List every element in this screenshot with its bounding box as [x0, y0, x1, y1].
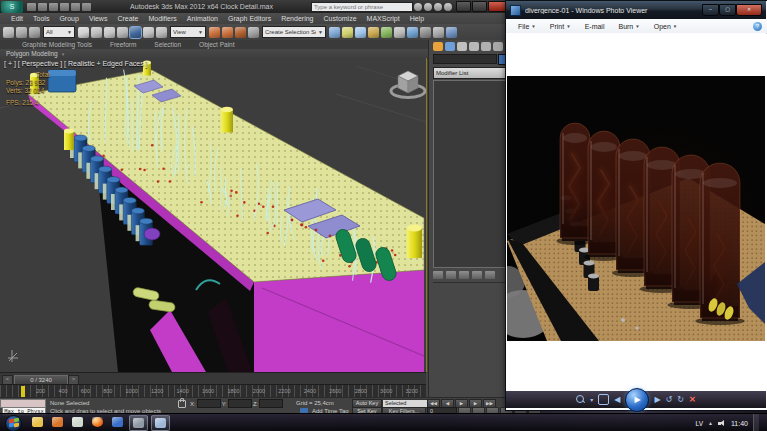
- open-file-icon[interactable]: [38, 3, 47, 11]
- named-selection-dropdown[interactable]: Create Selection Se▼: [262, 26, 326, 38]
- track-bar[interactable]: 2004006008001000120014001600180020002200…: [0, 384, 426, 398]
- select-and-scale-icon[interactable]: [156, 27, 167, 38]
- select-object-icon[interactable]: [78, 27, 89, 38]
- curve-editor-icon[interactable]: [381, 27, 392, 38]
- play-slideshow-button[interactable]: ▶: [625, 388, 649, 412]
- motion-tab-icon[interactable]: [469, 42, 479, 51]
- modify-tab-icon[interactable]: [445, 42, 455, 51]
- light-app-icon[interactable]: [69, 415, 86, 429]
- application-menu-button[interactable]: S: [1, 1, 23, 13]
- layer-manager-icon[interactable]: [355, 27, 366, 38]
- render-setup-icon[interactable]: [420, 27, 431, 38]
- show-desktop-button[interactable]: [753, 414, 759, 431]
- remove-modifier-icon[interactable]: [472, 271, 482, 279]
- ribbon-tab[interactable]: Freeform: [102, 40, 144, 49]
- window-crossing-icon[interactable]: [117, 27, 128, 38]
- photo-viewer-titlebar[interactable]: divergence-01 - Windows Photo Viewer – ▢…: [506, 1, 766, 19]
- blue-app-icon[interactable]: [109, 415, 126, 429]
- angle-snap-icon[interactable]: [222, 27, 233, 38]
- menu-item[interactable]: Views: [84, 15, 113, 22]
- rotate-clockwise-button[interactable]: ↻: [677, 395, 684, 405]
- ribbon-tab[interactable]: Graphite Modeling Tools: [14, 40, 100, 49]
- perspective-viewport[interactable]: [ + ] [ Perspective ] [ Realistic + Edge…: [0, 58, 427, 372]
- menu-item[interactable]: Edit: [6, 15, 28, 22]
- viewer-close-button[interactable]: ✕: [736, 4, 762, 16]
- menu-item[interactable]: Animation: [182, 15, 223, 22]
- select-and-rotate-icon[interactable]: [143, 27, 154, 38]
- create-tab-icon[interactable]: [433, 42, 443, 51]
- communication-center-icon[interactable]: [424, 3, 432, 11]
- zoom-dropdown-arrow[interactable]: ▾: [590, 395, 593, 405]
- object-name-field[interactable]: [433, 54, 497, 64]
- edit-named-selection-icon[interactable]: [248, 27, 259, 38]
- menu-item[interactable]: Modifiers: [143, 15, 181, 22]
- select-and-move-icon[interactable]: [130, 27, 141, 38]
- hidden-icons-arrow[interactable]: ▲: [708, 420, 713, 426]
- sign-in-icon[interactable]: [414, 3, 422, 11]
- select-and-link-icon[interactable]: [3, 27, 14, 38]
- 3dsmax-taskbar-icon[interactable]: [129, 415, 148, 431]
- render-production-icon[interactable]: [446, 27, 457, 38]
- unlink-selection-icon[interactable]: [16, 27, 27, 38]
- viewer-menu-item[interactable]: File▼: [512, 23, 542, 30]
- menu-item[interactable]: Tools: [28, 15, 54, 22]
- rectangular-selection-region-icon[interactable]: [104, 27, 115, 38]
- rotate-counterclockwise-button[interactable]: ↺: [666, 395, 673, 405]
- schematic-view-icon[interactable]: [394, 27, 405, 38]
- modifier-stack-list[interactable]: [433, 80, 509, 268]
- minimize-button[interactable]: [456, 1, 471, 12]
- 3dsmax-titlebar[interactable]: S Autodesk 3ds Max 2012 x64 Clock Detail…: [0, 0, 510, 13]
- zoom-icon[interactable]: [576, 395, 585, 404]
- bind-to-space-warp-icon[interactable]: [29, 27, 40, 38]
- configure-modifier-sets-icon[interactable]: [485, 271, 495, 279]
- menu-item[interactable]: Group: [54, 15, 83, 22]
- help-icon[interactable]: [444, 3, 452, 11]
- viewer-menu-item[interactable]: E-mail▼: [579, 23, 611, 30]
- maximize-button[interactable]: [472, 1, 487, 12]
- align-icon[interactable]: [342, 27, 353, 38]
- snaps-toggle-icon[interactable]: [209, 27, 220, 38]
- start-button[interactable]: [5, 415, 22, 431]
- firefox-icon[interactable]: [89, 415, 106, 429]
- z-coordinate-field[interactable]: [259, 399, 283, 408]
- reference-coordinate-dropdown[interactable]: View▼: [170, 26, 206, 38]
- actual-size-icon[interactable]: [598, 394, 609, 405]
- language-indicator[interactable]: LV: [696, 420, 703, 427]
- selection-lock-icon[interactable]: [178, 400, 186, 408]
- favorites-icon[interactable]: [434, 3, 442, 11]
- photo-viewer-taskbar-icon[interactable]: [151, 415, 170, 431]
- undo-icon[interactable]: [60, 3, 69, 11]
- display-tab-icon[interactable]: [481, 42, 491, 51]
- viewer-menu-item[interactable]: Open▼: [648, 23, 684, 30]
- percent-snap-icon[interactable]: [235, 27, 246, 38]
- y-coordinate-field[interactable]: [228, 399, 252, 408]
- next-image-button[interactable]: ▶: [654, 395, 660, 405]
- viewer-menu-item[interactable]: Burn▼: [612, 23, 645, 30]
- save-file-icon[interactable]: [49, 3, 58, 11]
- infocenter-search-input[interactable]: [311, 2, 413, 12]
- viewer-menu-item[interactable]: Print▼: [544, 23, 577, 30]
- make-unique-icon[interactable]: [459, 271, 469, 279]
- volume-icon[interactable]: [718, 419, 726, 427]
- x-coordinate-field[interactable]: [197, 399, 221, 408]
- delete-button[interactable]: ✕: [689, 395, 696, 404]
- track-bar-position-marker[interactable]: [21, 386, 25, 397]
- menu-item[interactable]: Customize: [318, 15, 361, 22]
- show-end-result-icon[interactable]: [446, 271, 456, 279]
- new-scene-icon[interactable]: [27, 3, 36, 11]
- project-folder-icon[interactable]: [82, 3, 91, 11]
- redo-icon[interactable]: [71, 3, 80, 11]
- explorer-icon[interactable]: [29, 415, 46, 429]
- modifier-list-dropdown[interactable]: Modifier List▼: [433, 67, 513, 79]
- graphite-ribbon-toggle-icon[interactable]: [368, 27, 379, 38]
- pin-stack-icon[interactable]: [433, 271, 443, 279]
- menu-item[interactable]: Create: [112, 15, 143, 22]
- viewer-minimize-button[interactable]: –: [702, 4, 719, 16]
- menu-item[interactable]: Graph Editors: [223, 15, 276, 22]
- previous-image-button[interactable]: ◀: [614, 395, 620, 405]
- menu-item[interactable]: MAXScript: [362, 15, 405, 22]
- hierarchy-tab-icon[interactable]: [457, 42, 467, 51]
- viewport-label[interactable]: [ + ] [ Perspective ] [ Realistic + Edge…: [4, 60, 148, 67]
- select-by-name-icon[interactable]: [91, 27, 102, 38]
- utilities-tab-icon[interactable]: [493, 42, 503, 51]
